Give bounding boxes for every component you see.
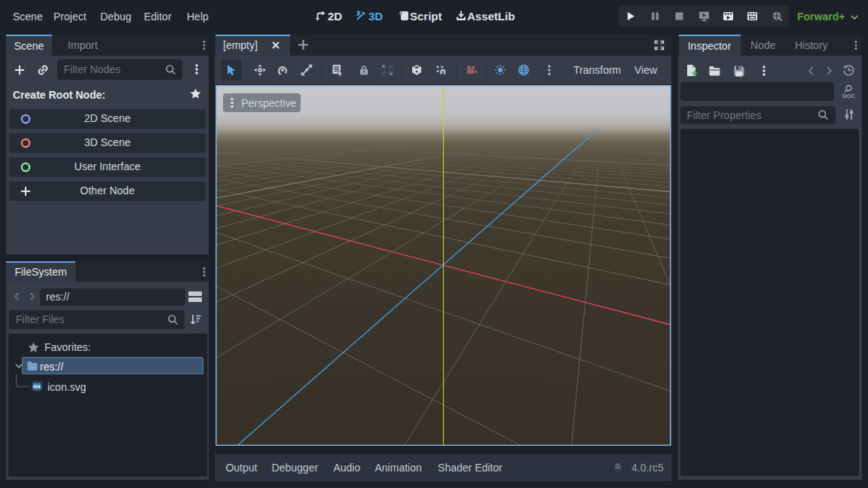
svg-text:DOC: DOC xyxy=(842,93,855,99)
